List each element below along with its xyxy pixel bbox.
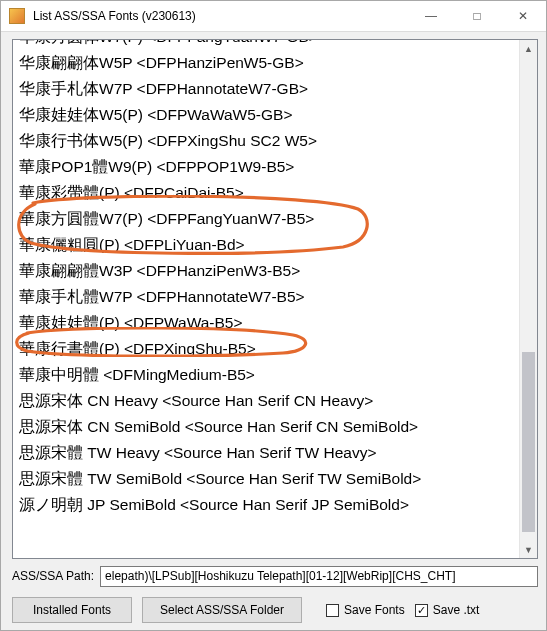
font-list-item[interactable]: 源ノ明朝 JP SemiBold <Source Han Serif JP Se…	[19, 492, 519, 518]
font-list-item[interactable]: 華康手札體W7P <DFPHannotateW7-B5>	[19, 284, 519, 310]
font-list-item[interactable]: 華康彩帶體(P) <DFPCaiDai-B5>	[19, 180, 519, 206]
installed-fonts-button[interactable]: Installed Fonts	[12, 597, 132, 623]
save-fonts-checkbox[interactable]: Save Fonts	[326, 603, 405, 617]
font-list[interactable]: 华康方圆体W7(P) <DFPFangYuanW7-GB>华康翩翩体W5P <D…	[13, 40, 519, 558]
font-list-item[interactable]: 华康行书体W5(P) <DFPXingShu SC2 W5>	[19, 128, 519, 154]
font-list-item[interactable]: 華康娃娃體(P) <DFPWaWa-B5>	[19, 310, 519, 336]
save-txt-checkbox[interactable]: ✓ Save .txt	[415, 603, 480, 617]
scroll-up-button[interactable]: ▲	[520, 40, 537, 57]
path-label: ASS/SSA Path:	[12, 569, 94, 583]
font-list-item[interactable]: 華康翩翩體W3P <DFPHanziPenW3-B5>	[19, 258, 519, 284]
scroll-track[interactable]	[520, 57, 537, 541]
font-list-item[interactable]: 華康方圓體W7(P) <DFPFangYuanW7-B5>	[19, 206, 519, 232]
save-fonts-label: Save Fonts	[344, 603, 405, 617]
font-list-item[interactable]: 思源宋體 TW Heavy <Source Han Serif TW Heavy…	[19, 440, 519, 466]
font-list-item[interactable]: 華康POP1體W9(P) <DFPPOP1W9-B5>	[19, 154, 519, 180]
scroll-thumb[interactable]	[522, 352, 535, 532]
font-list-item[interactable]: 华康手札体W7P <DFPHannotateW7-GB>	[19, 76, 519, 102]
window-title: List ASS/SSA Fonts (v230613)	[33, 9, 408, 23]
app-window: List ASS/SSA Fonts (v230613) — □ ✕ 华康方圆体…	[0, 0, 547, 631]
window-controls: — □ ✕	[408, 1, 546, 31]
checkbox-box	[326, 604, 339, 617]
path-row: ASS/SSA Path:	[12, 564, 538, 588]
checkbox-box: ✓	[415, 604, 428, 617]
maximize-button[interactable]: □	[454, 1, 500, 31]
app-icon	[9, 8, 25, 24]
bottom-panel: ASS/SSA Path: Installed Fonts Select ASS…	[12, 564, 538, 622]
close-button[interactable]: ✕	[500, 1, 546, 31]
titlebar: List ASS/SSA Fonts (v230613) — □ ✕	[1, 1, 546, 32]
font-list-panel: 华康方圆体W7(P) <DFPFangYuanW7-GB>华康翩翩体W5P <D…	[12, 39, 538, 559]
font-list-item[interactable]: 华康娃娃体W5(P) <DFPWaWaW5-GB>	[19, 102, 519, 128]
font-list-item[interactable]: 华康翩翩体W5P <DFPHanziPenW5-GB>	[19, 50, 519, 76]
font-list-item[interactable]: 思源宋体 CN SemiBold <Source Han Serif CN Se…	[19, 414, 519, 440]
button-row: Installed Fonts Select ASS/SSA Folder Sa…	[12, 596, 538, 624]
scroll-down-button[interactable]: ▼	[520, 541, 537, 558]
font-list-item[interactable]: 華康行書體(P) <DFPXingShu-B5>	[19, 336, 519, 362]
font-list-item[interactable]: 思源宋體 TW SemiBold <Source Han Serif TW Se…	[19, 466, 519, 492]
save-txt-label: Save .txt	[433, 603, 480, 617]
font-list-item[interactable]: 華康儷粗圓(P) <DFPLiYuan-Bd>	[19, 232, 519, 258]
select-folder-button[interactable]: Select ASS/SSA Folder	[142, 597, 302, 623]
path-input[interactable]	[100, 566, 538, 587]
font-list-item[interactable]: 華康中明體 <DFMingMedium-B5>	[19, 362, 519, 388]
minimize-button[interactable]: —	[408, 1, 454, 31]
font-list-item[interactable]: 华康方圆体W7(P) <DFPFangYuanW7-GB>	[19, 40, 519, 50]
vertical-scrollbar[interactable]: ▲ ▼	[519, 40, 537, 558]
font-list-item[interactable]: 思源宋体 CN Heavy <Source Han Serif CN Heavy…	[19, 388, 519, 414]
